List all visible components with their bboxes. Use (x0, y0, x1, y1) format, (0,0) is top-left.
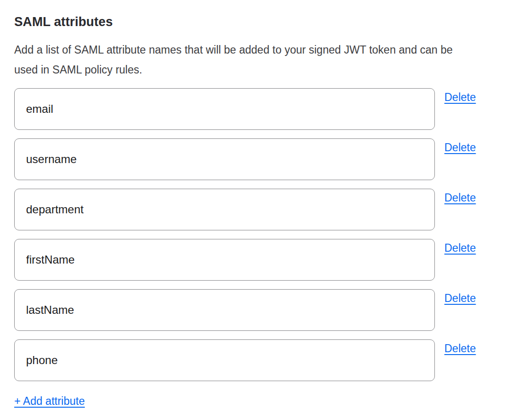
saml-attributes-section: SAML attributes Add a list of SAML attri… (0, 0, 505, 408)
attribute-name-input[interactable] (14, 289, 435, 331)
attribute-row: Delete (14, 88, 491, 130)
attribute-list: Delete Delete Delete Delete Delete Delet… (14, 88, 491, 381)
delete-attribute-link[interactable]: Delete (444, 241, 476, 255)
attribute-name-input[interactable] (14, 138, 435, 180)
section-title: SAML attributes (14, 14, 491, 29)
attribute-name-input[interactable] (14, 339, 435, 381)
delete-attribute-link[interactable]: Delete (444, 141, 476, 154)
attribute-row: Delete (14, 189, 491, 230)
delete-attribute-link[interactable]: Delete (444, 191, 476, 204)
delete-attribute-link[interactable]: Delete (444, 342, 476, 355)
delete-attribute-link[interactable]: Delete (444, 292, 476, 305)
attribute-name-input[interactable] (14, 239, 435, 281)
attribute-name-input[interactable] (14, 189, 435, 230)
attribute-row: Delete (14, 289, 491, 331)
attribute-name-input[interactable] (14, 88, 435, 130)
attribute-row: Delete (14, 339, 491, 381)
add-attribute-link[interactable]: + Add attribute (14, 394, 85, 408)
attribute-row: Delete (14, 138, 491, 180)
attribute-row: Delete (14, 239, 491, 281)
delete-attribute-link[interactable]: Delete (444, 91, 476, 104)
section-description: Add a list of SAML attribute names that … (14, 40, 471, 80)
page: SAML attributes Add a list of SAML attri… (0, 0, 505, 420)
